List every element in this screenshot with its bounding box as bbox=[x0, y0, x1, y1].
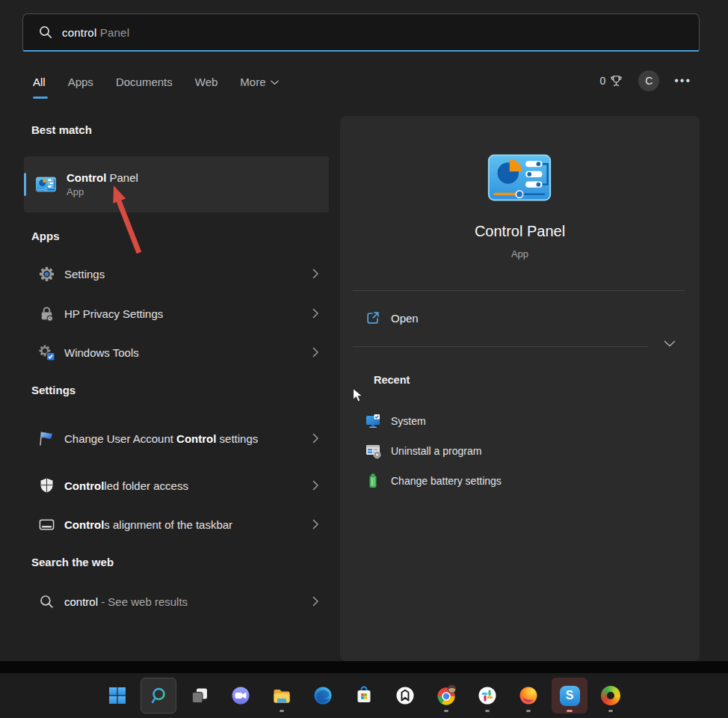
app-result-hp-privacy-settings[interactable]: HP Privacy Settings bbox=[24, 295, 329, 331]
edge-browser-icon bbox=[313, 686, 333, 705]
file-explorer-icon bbox=[272, 686, 291, 705]
collapse-chevron-icon[interactable] bbox=[664, 340, 676, 347]
taskbar-icon-task-view[interactable] bbox=[182, 678, 218, 714]
color-ring-app-icon bbox=[601, 686, 620, 705]
taskbar-icon-color-ring-app[interactable] bbox=[593, 678, 629, 714]
chevron-right-icon bbox=[312, 308, 318, 319]
taskbar-icon-microsoft-store[interactable] bbox=[346, 678, 382, 714]
uninstall-program-icon bbox=[365, 443, 381, 459]
chevron-right-icon bbox=[312, 433, 318, 444]
setting-result-controlled-folder-access[interactable]: Controlled folder access bbox=[24, 469, 329, 502]
annotation-arrow bbox=[105, 181, 149, 256]
search-query-text: control bbox=[62, 26, 96, 39]
best-match-result-control-panel[interactable]: Control Panel App bbox=[24, 156, 329, 212]
search-input[interactable]: control Panel bbox=[62, 26, 129, 39]
system-monitor-icon bbox=[365, 413, 381, 429]
microsoft-store-icon bbox=[354, 686, 374, 705]
firefox-icon bbox=[519, 686, 538, 705]
taskbar: S bbox=[0, 673, 728, 718]
taskbar-icon-firefox[interactable] bbox=[510, 678, 546, 714]
recent-item-system[interactable]: System bbox=[353, 407, 674, 435]
chevron-right-icon bbox=[312, 269, 318, 279]
running-indicator bbox=[526, 710, 531, 712]
slack-icon bbox=[478, 686, 497, 705]
setting-result-label: Controls alignment of the taskbar bbox=[64, 515, 232, 534]
desktop-gap bbox=[0, 661, 728, 673]
skype-icon: S bbox=[560, 686, 580, 706]
control-panel-icon bbox=[36, 177, 56, 192]
tab-all[interactable]: All bbox=[33, 76, 46, 99]
app-result-windows-tools[interactable]: Windows Tools bbox=[24, 334, 329, 370]
more-options-button[interactable]: ••• bbox=[674, 77, 691, 85]
web-search-label: control - See web results bbox=[64, 592, 188, 611]
app-result-settings[interactable]: Settings bbox=[24, 256, 329, 292]
chevron-right-icon bbox=[312, 519, 318, 530]
recent-item-change-battery-settings[interactable]: Change battery settings bbox=[353, 467, 674, 495]
account-cluster: 0 C ••• bbox=[599, 70, 691, 91]
preview-app-type: App bbox=[340, 248, 700, 260]
shield-icon bbox=[39, 477, 55, 494]
setting-result-label: Change User Account Control settings bbox=[64, 429, 275, 448]
recent-header: Recent bbox=[374, 374, 410, 386]
app-result-label: Windows Tools bbox=[64, 343, 139, 362]
open-button[interactable]: Open bbox=[353, 300, 685, 336]
search-filter-tabs: All Apps Documents Web More bbox=[33, 76, 279, 99]
control-panel-large-icon bbox=[487, 154, 552, 201]
selection-accent-bar bbox=[24, 173, 26, 196]
open-button-label: Open bbox=[391, 312, 419, 325]
running-indicator bbox=[485, 710, 490, 712]
taskbar-icon-chrome[interactable] bbox=[428, 678, 464, 714]
apps-section-header: Apps bbox=[31, 230, 60, 242]
chevron-right-icon bbox=[312, 480, 318, 491]
windows-search-flyout: control Panel All Apps Documents Web Mor… bbox=[0, 0, 728, 718]
rewards-button[interactable]: 0 bbox=[599, 74, 623, 88]
tab-apps[interactable]: Apps bbox=[68, 76, 93, 99]
settings-gear-icon bbox=[38, 266, 55, 283]
lock-icon bbox=[38, 305, 55, 322]
running-indicator bbox=[608, 710, 613, 712]
running-indicator bbox=[280, 710, 284, 712]
tab-web[interactable]: Web bbox=[195, 76, 218, 99]
divider bbox=[353, 346, 649, 347]
windows-tools-icon bbox=[38, 344, 55, 361]
taskbar-icon-search[interactable] bbox=[141, 678, 176, 714]
uac-flag-icon bbox=[37, 429, 55, 447]
best-match-header: Best match bbox=[31, 123, 92, 136]
recent-item-label: System bbox=[391, 415, 426, 427]
search-box[interactable]: control Panel bbox=[22, 13, 700, 52]
setting-result-taskbar-alignment[interactable]: Controls alignment of the taskbar bbox=[24, 508, 329, 541]
preview-app-name: Control Panel bbox=[340, 223, 700, 240]
avatar-letter: C bbox=[645, 75, 653, 87]
tab-more[interactable]: More bbox=[240, 76, 278, 99]
battery-icon bbox=[365, 473, 381, 489]
taskbar-search-icon bbox=[149, 686, 168, 705]
user-avatar[interactable]: C bbox=[638, 70, 659, 91]
web-search-result[interactable]: control - See web results bbox=[24, 585, 329, 618]
taskbar-icon-file-explorer[interactable] bbox=[264, 678, 300, 714]
taskbar-icon-skype[interactable]: S bbox=[552, 678, 587, 714]
taskbar-icon-slack[interactable] bbox=[469, 678, 505, 714]
chevron-down-icon bbox=[271, 80, 279, 85]
running-indicator bbox=[567, 710, 573, 712]
search-icon bbox=[40, 595, 54, 609]
running-indicator bbox=[444, 710, 448, 712]
setting-result-uac[interactable]: Change User Account Control settings bbox=[24, 413, 329, 464]
mouse-cursor bbox=[350, 386, 366, 404]
search-icon bbox=[39, 25, 52, 39]
chrome-browser-icon bbox=[437, 685, 456, 706]
taskbar-icon-edge[interactable] bbox=[305, 678, 341, 714]
chevron-right-icon bbox=[312, 347, 318, 358]
taskbar-icon-chat[interactable] bbox=[223, 678, 259, 714]
windows-start-icon bbox=[108, 686, 127, 705]
taskbar-icon-start[interactable] bbox=[99, 678, 135, 714]
divider bbox=[353, 290, 685, 291]
tab-documents[interactable]: Documents bbox=[116, 76, 173, 99]
taskbar-icon-white-circle-app[interactable] bbox=[387, 678, 423, 714]
recent-item-uninstall-program[interactable]: Uninstall a program bbox=[353, 437, 674, 465]
app-result-label: Settings bbox=[64, 265, 105, 283]
taskbar-alignment-icon bbox=[38, 516, 55, 533]
recent-item-label: Uninstall a program bbox=[391, 445, 481, 457]
rewards-count: 0 bbox=[599, 75, 605, 87]
open-external-icon bbox=[365, 310, 380, 325]
app-result-label: HP Privacy Settings bbox=[64, 304, 163, 323]
